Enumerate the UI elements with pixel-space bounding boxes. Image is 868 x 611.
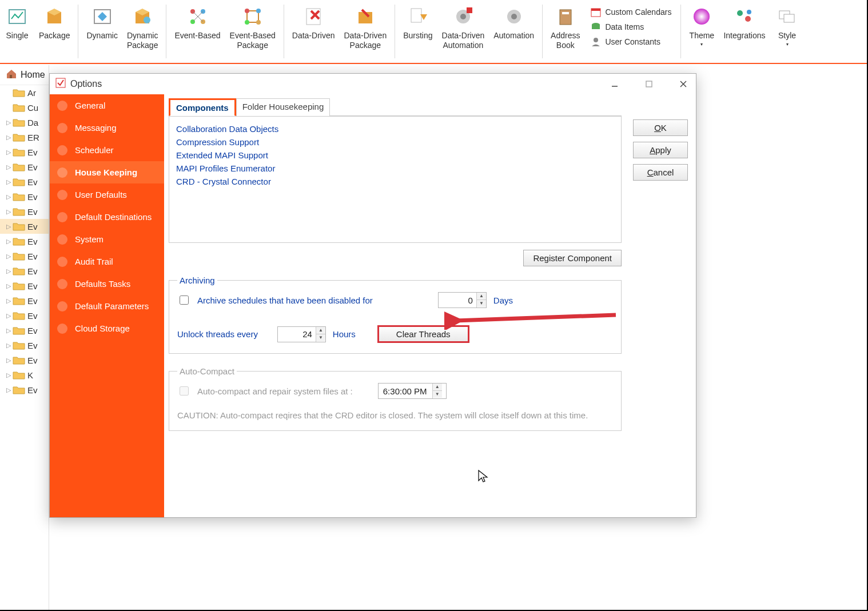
apply-button[interactable]: Apply [633, 142, 688, 158]
archive-days-spinner[interactable]: ▲▼ [438, 292, 487, 308]
maximize-button[interactable] [640, 76, 658, 92]
ribbon-dynamic-package[interactable]: Dynamic Package [122, 5, 162, 50]
ribbon-bursting[interactable]: Bursting [399, 5, 437, 41]
sidebar-item-scheduler[interactable]: Scheduler [50, 139, 164, 161]
ribbon-package[interactable]: Package [34, 5, 74, 41]
tree-node[interactable]: ▷Ev [0, 219, 49, 234]
expand-icon[interactable]: ▷ [5, 178, 13, 186]
tree-node[interactable]: ▷Ev [0, 323, 49, 338]
cancel-button[interactable]: Cancel [633, 164, 688, 181]
spinner-up-icon[interactable]: ▲ [316, 327, 325, 334]
tab-components[interactable]: Components [169, 98, 236, 116]
expand-icon[interactable]: ▷ [5, 253, 13, 260]
ribbon-custom-calendars[interactable]: Custom Calendars [587, 5, 675, 19]
expand-icon[interactable]: ▷ [5, 357, 13, 364]
expand-icon[interactable]: ▷ [5, 297, 13, 305]
sidebar-item-system[interactable]: System [50, 228, 164, 250]
sidebar-item-messaging[interactable]: Messaging [50, 117, 164, 139]
tree-node[interactable]: ▷Ev [0, 382, 49, 397]
ok-button[interactable]: OK [633, 119, 688, 136]
archive-days-input[interactable] [439, 293, 476, 308]
expand-icon[interactable]: ▷ [5, 193, 13, 201]
tree-node[interactable]: ▷Ev [0, 338, 49, 353]
tree-node[interactable]: ▷Ev [0, 249, 49, 263]
component-link[interactable]: Extended MAPI Support [176, 149, 614, 162]
component-link[interactable]: Compression Support [176, 135, 614, 149]
sidebar-item-default-parameters[interactable]: Default Parameters [50, 295, 164, 317]
components-list[interactable]: Collaboration Data ObjectsCompression Su… [169, 116, 622, 243]
ribbon-event-based-package[interactable]: Event-Based Package [225, 5, 280, 50]
ribbon-integrations[interactable]: Integrations [719, 5, 770, 41]
ribbon-data-driven-automation[interactable]: Data-Driven Automation [437, 5, 489, 50]
tree-node[interactable]: ▷Ev [0, 145, 49, 159]
tree-node[interactable]: ▷Ev [0, 293, 49, 308]
spinner-down-icon[interactable]: ▼ [433, 391, 442, 398]
ribbon-automation[interactable]: Automation [489, 5, 539, 41]
tree-node[interactable]: ▷Ev [0, 204, 49, 219]
ribbon-dynamic[interactable]: Dynamic [82, 5, 122, 41]
archive-disabled-checkbox[interactable] [180, 295, 189, 305]
tree-node[interactable]: ▷ER [0, 130, 49, 145]
tree-home[interactable]: Home [0, 65, 49, 85]
tree-node[interactable]: ▷Ev [0, 278, 49, 293]
ribbon-data-driven-package[interactable]: Data-Driven Package [339, 5, 391, 50]
sidebar-item-general[interactable]: General [50, 94, 164, 117]
sidebar-item-user-defaults[interactable]: User Defaults [50, 183, 164, 206]
ribbon-user-constants[interactable]: User Constants [587, 34, 675, 49]
sidebar-item-audit-trail[interactable]: Audit Trail [50, 250, 164, 273]
expand-icon[interactable]: ▷ [5, 267, 13, 275]
autocompact-time-input[interactable] [379, 384, 432, 398]
sidebar-item-cloud-storage[interactable]: Cloud Storage [50, 317, 164, 340]
expand-icon[interactable]: ▷ [5, 238, 13, 245]
expand-icon[interactable]: ▷ [5, 223, 13, 230]
clear-threads-button[interactable]: Clear Threads [377, 325, 469, 343]
expand-icon[interactable]: ▷ [5, 208, 13, 215]
tab-folder-housekeeping[interactable]: Folder Housekeeping [236, 98, 331, 116]
expand-icon[interactable]: ▷ [5, 119, 13, 126]
expand-icon[interactable]: ▷ [5, 312, 13, 320]
tree-node[interactable]: ▷Ev [0, 234, 49, 249]
tree-node[interactable]: ▷Ev [0, 263, 49, 278]
ribbon-theme[interactable]: Theme▾ [684, 5, 719, 47]
tree-node[interactable]: Cu [0, 100, 49, 115]
ribbon-single[interactable]: Single [0, 5, 34, 41]
tree-node[interactable]: ▷Da [0, 115, 49, 130]
spinner-up-icon[interactable]: ▲ [477, 293, 486, 300]
sidebar-item-default-destinations[interactable]: Default Destinations [50, 206, 164, 228]
ribbon-data-driven[interactable]: Data-Driven [288, 5, 340, 41]
sidebar-item-defaults-tasks[interactable]: Defaults Tasks [50, 273, 164, 295]
tree-node[interactable]: ▷Ev [0, 189, 49, 204]
tree-node[interactable]: ▷Ev [0, 174, 49, 189]
expand-icon[interactable]: ▷ [5, 282, 13, 290]
unlock-hours-spinner[interactable]: ▲▼ [277, 326, 326, 342]
tree-node[interactable]: ▷Ev [0, 353, 49, 368]
expand-icon[interactable]: ▷ [5, 386, 13, 394]
autocompact-time-spinner[interactable]: ▲▼ [378, 383, 447, 399]
tree-node[interactable]: ▷Ev [0, 159, 49, 174]
expand-icon[interactable]: ▷ [5, 327, 13, 334]
expand-icon[interactable]: ▷ [5, 149, 13, 156]
ribbon-data-items[interactable]: Data Items [587, 19, 675, 34]
ribbon-style[interactable]: Style▾ [770, 5, 805, 47]
spinner-down-icon[interactable]: ▼ [477, 300, 486, 307]
tree-node[interactable]: Ar [0, 85, 49, 100]
expand-icon[interactable]: ▷ [5, 342, 13, 349]
tree-node[interactable]: ▷K [0, 368, 49, 382]
component-link[interactable]: CRD - Crystal Connector [176, 175, 614, 188]
spinner-up-icon[interactable]: ▲ [433, 384, 442, 391]
minimize-button[interactable] [606, 76, 624, 92]
expand-icon[interactable]: ▷ [5, 163, 13, 171]
spinner-down-icon[interactable]: ▼ [316, 334, 325, 341]
component-link[interactable]: MAPI Profiles Enumerator [176, 162, 614, 175]
unlock-hours-input[interactable] [278, 327, 316, 342]
sidebar-item-house-keeping[interactable]: House Keeping [50, 161, 164, 183]
component-link[interactable]: Collaboration Data Objects [176, 122, 614, 135]
register-component-button[interactable]: Register Component [523, 250, 622, 266]
ribbon-address-book[interactable]: Address Book [546, 5, 584, 50]
expand-icon[interactable]: ▷ [5, 372, 13, 379]
tree-node[interactable]: ▷Ev [0, 308, 49, 323]
folder-tree[interactable]: Home ArCu▷Da▷ER▷Ev▷Ev▷Ev▷Ev▷Ev▷Ev▷Ev▷Ev▷… [0, 65, 49, 611]
expand-icon[interactable]: ▷ [5, 134, 13, 141]
close-button[interactable] [674, 76, 692, 92]
ribbon-event-based[interactable]: Event-Based [170, 5, 225, 41]
